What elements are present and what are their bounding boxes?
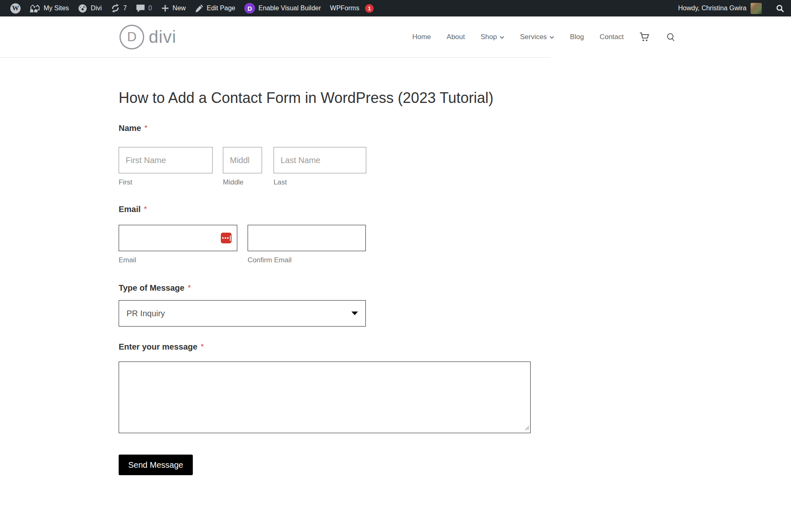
wpforms-menu[interactable]: WPForms 1 <box>325 0 378 16</box>
selected-option-label: PR Inquiry <box>126 309 165 318</box>
update-icon <box>111 4 120 13</box>
nav-home[interactable]: Home <box>412 33 431 41</box>
email-input[interactable] <box>119 225 237 251</box>
last-name-input[interactable] <box>274 147 366 173</box>
comments-menu[interactable]: 0 <box>131 0 157 16</box>
message-textarea[interactable] <box>119 362 531 433</box>
header-search-icon[interactable] <box>666 33 676 42</box>
edit-page-label: Edit Page <box>207 5 235 12</box>
nav-home-label: Home <box>412 33 431 41</box>
chevron-down-icon <box>550 33 554 41</box>
message-textarea-wrap <box>119 362 531 433</box>
required-asterisk: * <box>201 342 204 351</box>
middle-name-sublabel: Middle <box>223 178 262 187</box>
nav-blog[interactable]: Blog <box>570 33 584 41</box>
nav-shop[interactable]: Shop <box>480 33 504 41</box>
lastpass-icon[interactable] <box>221 233 232 243</box>
type-of-message-select[interactable]: PR Inquiry <box>119 300 366 327</box>
search-icon <box>776 4 784 13</box>
email-field-label: Email * <box>119 205 531 214</box>
required-asterisk: * <box>144 124 147 133</box>
cart-icon[interactable] <box>639 32 651 42</box>
first-name-sublabel: First <box>119 178 213 187</box>
message-label-text: Enter your message <box>119 342 197 352</box>
my-account-menu[interactable]: Howdy, Christina Gwira <box>674 0 766 16</box>
site-logo[interactable]: D divi <box>119 25 176 49</box>
last-name-column: Last <box>274 147 366 187</box>
nav-about[interactable]: About <box>447 33 465 41</box>
email-sublabel: Email <box>119 256 237 264</box>
email-label-text: Email <box>119 205 140 214</box>
site-header: D divi Home About Shop Services Blog Con… <box>0 16 791 58</box>
send-message-button[interactable]: Send Message <box>119 455 193 475</box>
name-label-text: Name <box>119 124 141 133</box>
plus-icon <box>161 4 169 12</box>
nav-blog-label: Blog <box>570 33 584 41</box>
wordpress-logo-icon: W <box>10 3 21 14</box>
updates-menu[interactable]: 7 <box>106 0 131 16</box>
name-fields-row: First Middle Last <box>119 147 531 187</box>
middle-name-column: Middle <box>223 147 262 187</box>
nav-contact[interactable]: Contact <box>599 33 624 41</box>
wp-admin-bar: W My Sites Divi 7 0 New Edit Page <box>0 0 791 16</box>
pencil-icon <box>195 4 204 13</box>
nav-services[interactable]: Services <box>520 33 554 41</box>
required-asterisk: * <box>144 205 147 214</box>
middle-name-input[interactable] <box>223 147 262 173</box>
enable-visual-builder-label: Enable Visual Builder <box>258 5 321 12</box>
divi-menu-icon <box>78 4 87 13</box>
type-label-text: Type of Message <box>119 283 185 293</box>
edit-page-menu[interactable]: Edit Page <box>190 0 240 16</box>
chevron-down-icon <box>500 33 504 41</box>
site-logo-text: divi <box>149 27 176 47</box>
updates-count: 7 <box>123 5 127 12</box>
nav-shop-label: Shop <box>480 33 497 41</box>
divi-menu[interactable]: Divi <box>73 0 106 16</box>
page-content: How to Add a Contact Form in WordPress (… <box>119 87 531 475</box>
admin-search[interactable] <box>771 0 785 16</box>
header-divider <box>0 57 551 58</box>
message-field-label: Enter your message * <box>119 342 531 352</box>
enable-visual-builder-menu[interactable]: D Enable Visual Builder <box>240 0 325 16</box>
new-content-menu[interactable]: New <box>157 0 190 16</box>
required-asterisk: * <box>188 283 191 292</box>
email-column: Email <box>119 225 237 264</box>
main-navigation: Home About Shop Services Blog Contact <box>412 16 676 58</box>
last-name-sublabel: Last <box>274 178 366 187</box>
divi-menu-label: Divi <box>91 5 102 12</box>
textarea-resize-handle[interactable] <box>524 425 529 432</box>
email-fields-row: Email Confirm Email <box>119 225 531 264</box>
select-dropdown-arrow-icon <box>351 312 358 315</box>
type-of-message-label: Type of Message * <box>119 283 531 293</box>
new-label: New <box>173 5 186 12</box>
avatar <box>751 3 762 14</box>
my-sites-label: My Sites <box>44 5 69 12</box>
comment-icon <box>136 4 145 13</box>
first-name-column: First <box>119 147 213 187</box>
name-field-label: Name * <box>119 124 531 133</box>
page-title: How to Add a Contact Form in WordPress (… <box>119 87 531 109</box>
confirm-email-sublabel: Confirm Email <box>248 256 366 264</box>
first-name-input[interactable] <box>119 147 213 173</box>
wpforms-notification-badge: 1 <box>365 4 374 13</box>
comments-count: 0 <box>148 5 152 12</box>
nav-contact-label: Contact <box>599 33 624 41</box>
howdy-label: Howdy, Christina Gwira <box>678 5 747 12</box>
wp-logo-menu[interactable]: W <box>6 0 25 16</box>
divi-builder-icon: D <box>244 3 255 14</box>
wpforms-label: WPForms <box>330 5 359 12</box>
nav-services-label: Services <box>520 33 547 41</box>
confirm-email-input[interactable] <box>248 225 366 251</box>
divi-logo-icon: D <box>119 25 144 49</box>
my-sites-menu[interactable]: My Sites <box>25 0 73 16</box>
nav-about-label: About <box>447 33 465 41</box>
my-sites-icon <box>30 4 40 13</box>
confirm-email-column: Confirm Email <box>248 225 366 264</box>
